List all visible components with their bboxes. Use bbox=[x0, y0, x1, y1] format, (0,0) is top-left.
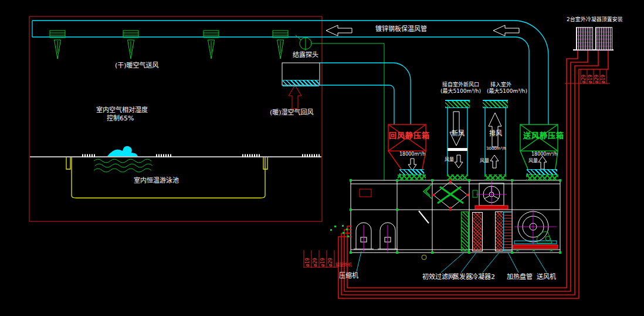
flex-connector bbox=[484, 174, 506, 180]
pipe-dia-label: ø29 bbox=[581, 70, 587, 83]
main-duct-label: 镀锌钢板保温风管 bbox=[375, 26, 427, 33]
outdoor-condenser-icon bbox=[595, 27, 612, 51]
return-flow-arrow-icon bbox=[408, 159, 416, 170]
component-label-supply-fan: 送风机 bbox=[537, 274, 556, 281]
pipe-dia-label: ø29 bbox=[328, 251, 333, 267]
supply-plenum-label: 送风静压箱 bbox=[523, 132, 564, 140]
component-label-evaporator: 蒸发器 bbox=[453, 274, 472, 281]
component-label-heating-coil: 加热盘管 bbox=[507, 274, 533, 281]
outdoor-condenser-icon bbox=[576, 27, 593, 51]
flow-label: 风量 bbox=[528, 159, 538, 164]
ceiling-diffusers bbox=[50, 31, 288, 59]
flex-connector bbox=[398, 174, 426, 180]
condenser-title: 2台室外冷凝器顶置安装 bbox=[567, 17, 623, 23]
filter-section bbox=[461, 211, 469, 251]
water-waves bbox=[94, 159, 152, 172]
damper-blade bbox=[419, 211, 429, 223]
fresh-inlet-label-line1: 接自室外新风口 bbox=[442, 82, 479, 88]
condenser-coil bbox=[495, 211, 504, 251]
pool-floor bbox=[30, 156, 321, 157]
return-air-label: (暖)湿空气回风 bbox=[270, 109, 314, 116]
exhaust-louver bbox=[483, 100, 508, 108]
flex-connector bbox=[447, 174, 468, 180]
exhaust-fan-icon bbox=[473, 181, 508, 209]
pipe-dia-label: ø29 bbox=[594, 70, 599, 83]
evaporator-coil bbox=[472, 212, 483, 251]
exhaust-outlet-label-line2: (最大5100m³/h) bbox=[487, 89, 527, 95]
return-duct bbox=[320, 63, 411, 125]
fresh-air-louver bbox=[445, 100, 470, 108]
pipe-dia-label: ø19 bbox=[601, 70, 606, 83]
humidity-label-line1: 室内空气相对湿度 bbox=[96, 107, 148, 114]
supply-flow-value: 18000m³/h bbox=[531, 152, 557, 157]
compressor-icons bbox=[354, 223, 398, 251]
exhaust-mid-flow-value: 3000m³/h bbox=[486, 147, 506, 152]
heating-coil bbox=[503, 211, 513, 251]
diffuser-icon bbox=[50, 31, 65, 59]
pipe-dia-label: ø19 bbox=[320, 251, 326, 267]
pipe-label-brackets bbox=[304, 69, 610, 268]
return-flow-value: 18000m³/h bbox=[399, 152, 425, 157]
leader-lines bbox=[357, 251, 547, 273]
pool-label: 室内恒温游泳池 bbox=[134, 177, 179, 184]
return-grille-core bbox=[283, 80, 319, 86]
fresh-air-duct bbox=[448, 106, 467, 174]
exhaust-outlet-label-line1: 排入室外 bbox=[490, 82, 511, 88]
hvac-schematic-canvas: (干)暖空气送风 室内空气相对湿度 控制65% 室内恒温游泳池 (暖)湿空气回风… bbox=[0, 0, 644, 316]
sensor-label: 结露探头 bbox=[293, 52, 318, 59]
damper-icons bbox=[423, 184, 432, 199]
supply-air-label: (干)暖空气送风 bbox=[115, 62, 159, 69]
flex-connector bbox=[526, 174, 558, 180]
compressor-label: 压缩机 bbox=[339, 273, 358, 280]
fresh-air-label: 新风 bbox=[452, 130, 465, 137]
component-label-condenser: 冷凝器2 bbox=[472, 274, 495, 281]
component-label-filter: 初效过滤网 bbox=[422, 274, 455, 281]
pipe-joint-markers bbox=[330, 225, 349, 237]
pipe-dia-label: ø29 bbox=[313, 251, 318, 267]
fresh-inlet-label-line2: (最大5100m³/h) bbox=[440, 89, 481, 95]
schematic-linework bbox=[0, 0, 644, 316]
swimmer-icon bbox=[107, 146, 138, 156]
exhaust-air-label: 排风 bbox=[489, 130, 502, 137]
drain-point-icon bbox=[422, 255, 426, 260]
humidity-label-line2: 控制65% bbox=[107, 115, 134, 122]
flow-label: 风量 bbox=[445, 157, 454, 163]
supply-fan-icon bbox=[513, 210, 558, 251]
connect-outdoor-label: 接室外机 bbox=[335, 263, 352, 268]
exhaust-duct bbox=[485, 106, 506, 174]
electric-box-icon bbox=[360, 189, 371, 197]
pipe-dia-label: ø19 bbox=[588, 70, 593, 83]
pipe-dia-label: ø19 bbox=[305, 251, 310, 267]
diffuser-icon bbox=[123, 31, 138, 59]
supply-flow-arrow-icon bbox=[538, 156, 547, 169]
return-plenum-label: 回风静压箱 bbox=[389, 132, 430, 140]
flow-label: 风量 bbox=[480, 159, 489, 164]
diffuser-icon bbox=[273, 31, 288, 59]
diffuser-icon bbox=[204, 31, 219, 59]
